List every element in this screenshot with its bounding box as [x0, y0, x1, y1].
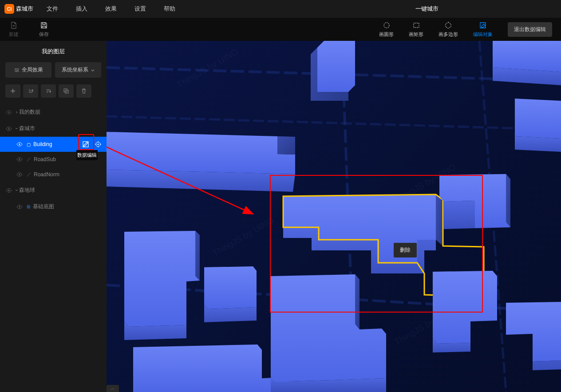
chevron-down-icon: [91, 68, 95, 72]
scene-svg: [107, 41, 561, 392]
visibility-icon[interactable]: [16, 141, 23, 147]
sort-asc-button[interactable]: [23, 84, 38, 98]
svg-point-6: [19, 144, 20, 145]
copy-layer-button[interactable]: [59, 84, 74, 98]
layer-tree: › 我的数据 › 森城市 ▢ Building 数据编辑 ／ RoadSub: [0, 104, 107, 215]
copy-icon: [63, 88, 69, 94]
tree-item-sencity[interactable]: › 森城市: [0, 120, 107, 137]
tree-label: 我的数据: [19, 108, 40, 116]
edit-object-button[interactable]: 编辑对象: [473, 21, 493, 38]
svg-point-10: [19, 159, 20, 160]
menu-help[interactable]: 帮助: [164, 5, 175, 13]
chevron-down-icon: ›: [14, 190, 19, 191]
chevron-right-icon: ›: [16, 110, 17, 115]
save-button[interactable]: 保存: [39, 21, 49, 38]
tree-label: 森城市: [19, 125, 35, 132]
new-button[interactable]: 新建: [9, 21, 19, 38]
sort-desc-button[interactable]: [41, 84, 56, 98]
coord-system-label: 系统坐标系: [62, 66, 88, 74]
tree-item-roadsub[interactable]: ／ RoadSub: [0, 152, 107, 167]
draw-circle-label: 画圆形: [379, 31, 394, 38]
svg-point-0: [384, 23, 389, 28]
tree-item-basemap[interactable]: ⊞ 基础底图: [0, 198, 107, 215]
tree-label: 基础底图: [33, 203, 54, 210]
edit-object-label: 编辑对象: [473, 31, 493, 38]
delete-layer-button[interactable]: [76, 84, 91, 98]
visibility-icon[interactable]: [16, 204, 23, 210]
draw-polygon-button[interactable]: 画多边形: [439, 21, 458, 38]
data-edit-icon[interactable]: [81, 139, 91, 149]
svg-point-4: [8, 111, 10, 113]
tree-item-my-data[interactable]: › 我的数据: [0, 104, 107, 120]
tree-item-building[interactable]: ▢ Building 数据编辑: [0, 137, 107, 152]
menu-file[interactable]: 文件: [47, 5, 58, 13]
rect-icon: [412, 21, 420, 29]
svg-rect-1: [414, 23, 419, 28]
svg-point-9: [98, 144, 99, 145]
draw-rect-label: 画矩形: [409, 31, 423, 38]
visibility-icon[interactable]: [5, 187, 12, 194]
sidebar: 我的图层 全局效果 系统坐标系 › 我的数据 › 森城市 ▢: [0, 41, 107, 392]
svg-point-11: [19, 174, 20, 175]
polygon-icon: [444, 21, 452, 29]
app-name: 森城市: [16, 5, 33, 13]
tree-label: 森地球: [19, 186, 35, 194]
svg-point-5: [8, 128, 10, 129]
line-layer-icon: ／: [27, 171, 31, 178]
draw-circle-button[interactable]: 画圆形: [379, 21, 394, 38]
sliders-icon: [14, 67, 20, 73]
tree-item-roadnorm[interactable]: ／ RoadNorm: [0, 167, 107, 182]
tree-label: RoadNorm: [34, 171, 59, 178]
svg-point-12: [8, 190, 10, 191]
edit-icon: [479, 21, 487, 29]
add-layer-button[interactable]: [5, 84, 20, 98]
visibility-icon[interactable]: [16, 171, 23, 178]
new-label: 新建: [9, 31, 19, 38]
menu-effects[interactable]: 效果: [105, 5, 117, 13]
sort-asc-icon: [28, 88, 34, 94]
context-menu-delete[interactable]: 删除: [394, 243, 417, 257]
sidebar-title: 我的图层: [0, 41, 107, 62]
circle-icon: [383, 21, 391, 29]
tree-label: Building: [33, 141, 52, 147]
exit-data-edit-button[interactable]: 退出数据编辑: [508, 22, 552, 37]
draw-polygon-label: 画多边形: [439, 31, 458, 38]
app-logo: Ci: [4, 4, 14, 14]
menu-settings[interactable]: 设置: [134, 5, 146, 13]
tree-label: RoadSub: [34, 156, 56, 162]
save-label: 保存: [39, 31, 49, 38]
chevron-down-icon: ›: [14, 128, 19, 129]
draw-rect-button[interactable]: 画矩形: [409, 21, 423, 38]
document-title: 一键城市: [415, 0, 439, 18]
global-effect-label: 全局效果: [22, 66, 43, 74]
save-icon: [40, 21, 48, 29]
basemap-layer-icon: ⊞: [27, 204, 30, 209]
plus-icon: [10, 88, 16, 94]
svg-point-13: [19, 206, 20, 207]
visibility-icon[interactable]: [16, 156, 23, 162]
bottom-panel-toggle[interactable]: ︿: [107, 385, 119, 392]
menu-bar: Ci 森城市 文件 插入 效果 设置 帮助 一键城市: [0, 0, 561, 18]
global-effect-button[interactable]: 全局效果: [5, 62, 51, 78]
menu-insert[interactable]: 插入: [76, 5, 87, 13]
new-file-icon: [10, 21, 18, 29]
trash-icon: [81, 88, 87, 94]
target-icon[interactable]: [93, 139, 103, 149]
tree-item-senearth[interactable]: › 森地球: [0, 182, 107, 198]
polygon-layer-icon: ▢: [27, 142, 31, 147]
toolbar: 新建 保存 画圆形 画矩形 画多边形: [0, 18, 561, 41]
viewport-3d[interactable]: ThingJS by UINO ThingJS by UINO ThingJS …: [107, 41, 561, 392]
coord-system-dropdown[interactable]: 系统坐标系: [55, 62, 101, 78]
line-layer-icon: ／: [27, 156, 31, 162]
sort-desc-icon: [45, 88, 51, 94]
building-block: [311, 41, 355, 101]
visibility-icon[interactable]: [5, 126, 12, 132]
visibility-icon[interactable]: [5, 109, 12, 115]
